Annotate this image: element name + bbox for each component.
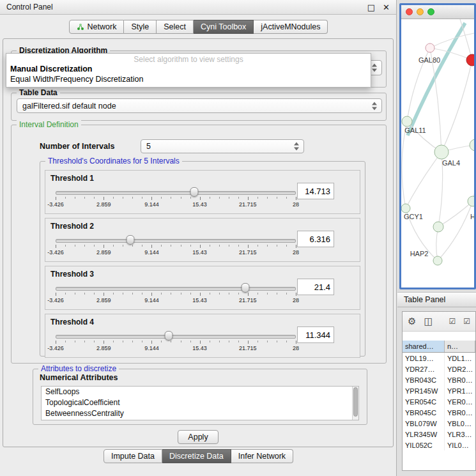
tab-select[interactable]: Select (157, 20, 194, 34)
table-cell[interactable]: YPR145W (403, 385, 445, 396)
table-cell[interactable]: YDR2… (445, 364, 475, 374)
gear-icon[interactable]: ⚙ (408, 317, 416, 326)
table-row[interactable]: YDR27…YDR2… (403, 364, 475, 374)
table-toolbar: ⚙◫☑☑ (403, 312, 475, 332)
columns-icon[interactable]: ◫ (424, 317, 433, 326)
attribute-item-topologicalcoefficient[interactable]: TopologicalCoefficient (42, 397, 358, 408)
attribute-item-betweennesscentrality[interactable]: BetweennessCentrality (42, 408, 358, 419)
attribute-item-selfloops[interactable]: SelfLoops (42, 387, 358, 397)
table-cell[interactable]: YPR1… (445, 385, 475, 396)
table-cell[interactable]: YER0… (445, 396, 475, 407)
table-cell[interactable]: YBR0… (445, 374, 475, 385)
zoom-light[interactable] (427, 8, 434, 15)
tab-cyni-toolbox[interactable]: Cyni Toolbox (194, 20, 254, 34)
tab-jactivemnodules[interactable]: jActiveMNodules (254, 20, 328, 34)
table-cell[interactable]: YDL1… (445, 353, 475, 364)
slider-track[interactable] (56, 335, 296, 339)
tab-network[interactable]: Network (69, 20, 125, 34)
tab-style[interactable]: Style (124, 20, 157, 34)
table-cell[interactable]: YBL0… (445, 418, 475, 429)
network-node[interactable] (433, 222, 443, 232)
table-cell[interactable]: YIL0… (445, 440, 475, 450)
scrollbar-thumb[interactable] (353, 387, 358, 417)
threshold-slider[interactable]: -3.4262.8599.14415.4321.71528 (56, 282, 296, 307)
table-panel-bar: Table Panel (397, 292, 476, 307)
bottom-tab-infer-network[interactable]: Infer Network (231, 449, 293, 463)
bottom-tab-discretize-data[interactable]: Discretize Data (162, 449, 231, 463)
network-window-titlebar[interactable] (401, 5, 474, 19)
apply-button[interactable]: Apply (178, 430, 219, 444)
network-node[interactable] (466, 54, 474, 66)
slider-tick (113, 293, 114, 295)
table-cell[interactable]: YBR045C (403, 407, 445, 418)
threshold-value-field[interactable]: 11.344 (297, 326, 334, 343)
network-edge[interactable] (406, 152, 441, 208)
table-cell[interactable]: YDR27… (403, 364, 445, 374)
slider-track[interactable] (56, 239, 296, 243)
threshold-slider[interactable]: -3.4262.8599.14415.4321.71528 (56, 234, 296, 259)
network-node[interactable] (434, 145, 449, 159)
table-cell[interactable]: YLR3… (445, 429, 475, 440)
table-row[interactable]: YBR043CYBR0… (403, 374, 475, 385)
slider-track[interactable] (56, 287, 296, 291)
minimize-light[interactable] (417, 8, 424, 15)
threshold-value-field[interactable]: 14.713 (297, 183, 334, 199)
num-intervals-combo[interactable]: 5 (141, 139, 304, 153)
network-node[interactable] (402, 116, 412, 127)
close-window-icon[interactable]: ✕ (383, 3, 390, 12)
table-row[interactable]: YBR045CYBR0… (403, 407, 475, 418)
table-row[interactable]: YER054CYER0… (403, 396, 475, 407)
table-cell[interactable]: YBL079W (403, 418, 445, 429)
table-row[interactable]: YIL052CYIL0… (403, 440, 475, 450)
algorithm-dropdown-options: Manual DiscretizationEqual Width/Frequen… (6, 64, 371, 84)
network-edge[interactable] (473, 145, 474, 201)
table-row[interactable]: YBL079WYBL0… (403, 418, 475, 429)
slider-thumb[interactable] (126, 235, 134, 245)
slider-tick (142, 245, 142, 247)
table-row[interactable]: YPR145WYPR1… (403, 385, 475, 396)
slider-thumb[interactable] (190, 187, 199, 197)
dropdown-option-equal-width-frequency-discretization[interactable]: Equal Width/Frequency Discretization (6, 74, 371, 84)
table-row[interactable]: YDL19…YDL1… (403, 353, 475, 364)
table-row[interactable]: YLR345WYLR3… (403, 429, 475, 440)
attributes-list: SelfLoopsTopologicalCoefficientBetweenne… (42, 387, 358, 419)
network-node[interactable] (401, 204, 410, 213)
attributes-scrollbar[interactable] (352, 387, 358, 420)
table-cell[interactable]: YER054C (403, 396, 445, 407)
network-node[interactable] (433, 256, 442, 265)
table-cell[interactable]: YIL052C (403, 440, 445, 450)
table-cell[interactable]: YDL19… (403, 353, 445, 364)
network-edge[interactable] (408, 23, 465, 135)
slider-thumb[interactable] (164, 331, 173, 341)
table-data-combo[interactable]: galFiltered.sif default node (17, 98, 382, 113)
table-column-header[interactable]: n… (445, 341, 475, 352)
threshold-slider[interactable]: -3.4262.8599.14415.4321.71528 (56, 187, 296, 211)
network-edge[interactable] (460, 19, 472, 60)
table-cell[interactable]: YBR043C (403, 374, 445, 385)
threshold-value-field[interactable]: 6.316 (297, 231, 334, 247)
slider-tick (286, 245, 287, 247)
slider-tick (210, 293, 210, 295)
bottom-tab-impute-data[interactable]: Impute Data (104, 449, 162, 463)
network-node[interactable] (470, 139, 474, 151)
threshold-row-1: Threshold 1-3.4262.8599.14415.4321.71528… (45, 170, 360, 214)
slider-tick (219, 293, 220, 295)
select-all-icon[interactable]: ☑ (449, 318, 456, 325)
slider-tick (104, 341, 104, 344)
dropdown-option-manual-discretization[interactable]: Manual Discretization (6, 64, 371, 74)
float-window-icon[interactable]: □ (367, 3, 375, 12)
slider-thumb[interactable] (242, 283, 250, 293)
table-cell[interactable]: YBR0… (445, 407, 475, 418)
threshold-slider[interactable]: -3.4262.8599.14415.4321.71528 (56, 330, 296, 355)
table-cell[interactable]: YLR345W (403, 429, 445, 440)
slider-tick (75, 341, 75, 342)
close-light[interactable] (406, 8, 413, 15)
slider-track[interactable] (56, 191, 296, 195)
threshold-value-field[interactable]: 21.4 (297, 279, 334, 295)
network-canvas[interactable]: GAL80GAL11GAL4GCY1HAP2H (401, 19, 474, 288)
table-column-header[interactable]: shared… (403, 341, 445, 352)
network-edge[interactable] (438, 201, 473, 261)
select-visible-icon[interactable]: ☑ (463, 318, 470, 325)
network-node[interactable] (426, 43, 434, 52)
network-edge[interactable] (441, 60, 472, 152)
